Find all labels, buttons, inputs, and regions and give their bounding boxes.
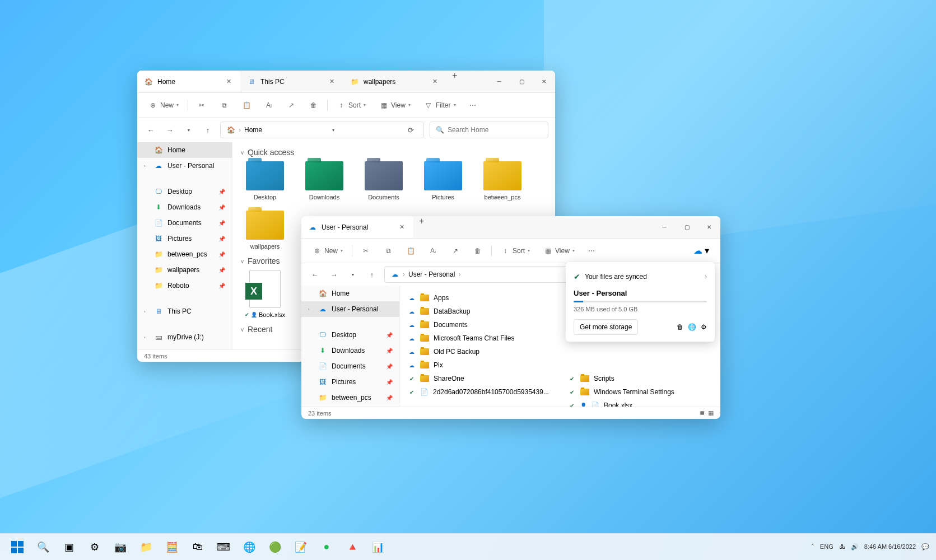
file-book-xlsx[interactable]: ✔👤📄Book.xlsx — [562, 399, 718, 407]
search-box[interactable]: 🔍 — [430, 122, 548, 138]
close-icon[interactable]: ✕ — [397, 223, 407, 231]
up-button[interactable]: ↑ — [201, 123, 215, 137]
folder-scripts[interactable]: ✔Scripts — [562, 372, 718, 385]
paste-button[interactable]: 📋 — [402, 244, 420, 258]
chevron-right-icon[interactable]: › — [144, 309, 150, 314]
view-button[interactable]: ▦View▾ — [375, 99, 415, 112]
thumbnails-view-button[interactable]: ▦ — [708, 409, 714, 417]
folder-databackup[interactable]: ☁DataBackup — [402, 305, 558, 318]
tray-network-icon[interactable]: 🖧 — [839, 543, 845, 550]
close-icon[interactable]: ✕ — [327, 78, 337, 85]
get-more-storage-button[interactable]: Get more storage — [574, 319, 638, 335]
sidebar-pictures[interactable]: 🖼Pictures📌 — [301, 374, 399, 390]
sidebar-home[interactable]: 🏠Home — [137, 142, 232, 158]
more-button[interactable]: ⋯ — [465, 99, 481, 111]
refresh-button[interactable]: ⟳ — [404, 123, 418, 137]
breadcrumb[interactable]: User - Personal — [408, 270, 455, 278]
pin-icon[interactable]: 📌 — [386, 379, 393, 385]
pin-icon[interactable]: 📌 — [218, 220, 225, 226]
tray-volume-icon[interactable]: 🔊 — [851, 543, 859, 550]
folder-old-pc-backup[interactable]: ☁Old PC Backup — [402, 345, 558, 358]
folder-between-pcs[interactable]: between_pcs — [478, 161, 527, 200]
close-icon[interactable]: ✕ — [224, 78, 234, 85]
sidebar-mydrive[interactable]: ›🖴myDrive (J:) — [137, 329, 232, 345]
sidebar-desktop[interactable]: 🖵Desktop📌 — [137, 184, 232, 199]
more-button[interactable]: ⋯ — [584, 245, 599, 257]
web-icon[interactable]: 🌐 — [688, 323, 696, 331]
edge-app[interactable]: 🌐 — [239, 536, 260, 558]
sidebar-documents[interactable]: 📄Documents📌 — [137, 215, 232, 231]
paste-button[interactable]: 📋 — [238, 99, 255, 112]
explorer-app[interactable]: 📁 — [136, 536, 157, 558]
start-button[interactable] — [7, 536, 28, 558]
pin-icon[interactable]: 📌 — [218, 236, 225, 242]
sync-status-row[interactable]: ✔ Your files are synced › — [574, 269, 707, 284]
recent-dropdown[interactable]: ▾ — [346, 268, 360, 281]
sidebar-between-pcs[interactable]: 📁between_pcs📌 — [137, 246, 232, 262]
dropdown-icon[interactable]: ▾ — [327, 123, 340, 137]
delete-button[interactable]: 🗑 — [469, 244, 487, 258]
folder-pictures[interactable]: Pictures — [418, 161, 468, 200]
copy-button[interactable]: ⧉ — [379, 244, 397, 258]
pin-icon[interactable]: 📌 — [386, 348, 393, 354]
tab-home[interactable]: 🏠 Home ✕ — [137, 71, 240, 92]
camera-app[interactable]: 📷 — [110, 536, 131, 558]
tray-overflow[interactable]: ˄ — [811, 543, 814, 550]
folder-documents[interactable]: Documents — [359, 161, 408, 200]
cut-button[interactable]: ✂ — [193, 99, 211, 112]
add-tab-button[interactable]: + — [446, 71, 463, 92]
folder-shareone[interactable]: ✔ShareOne — [402, 372, 558, 385]
forward-button[interactable]: → — [327, 268, 341, 281]
share-button[interactable]: ↗ — [282, 99, 300, 112]
up-button[interactable]: ↑ — [365, 268, 379, 281]
folder-desktop[interactable]: Desktop — [240, 161, 290, 200]
close-button[interactable]: ✕ — [698, 216, 720, 238]
app-15[interactable]: 📊 — [367, 536, 389, 558]
spotify-app[interactable]: ● — [316, 536, 337, 558]
copy-button[interactable]: ⧉ — [215, 99, 233, 112]
sidebar-documents[interactable]: 📄Documents📌 — [301, 358, 399, 374]
section-quick-access[interactable]: ∨Quick access — [240, 148, 547, 157]
rename-button[interactable]: Aᵢ — [260, 99, 278, 112]
filter-button[interactable]: ▽Filter▾ — [420, 99, 460, 112]
sidebar-pictures[interactable]: 🖼Pictures📌 — [137, 231, 232, 246]
pin-icon[interactable]: 📌 — [218, 251, 225, 258]
back-button[interactable]: ← — [144, 123, 157, 137]
forward-button[interactable]: → — [163, 123, 176, 137]
sort-button[interactable]: ↕Sort▾ — [496, 244, 534, 258]
new-button[interactable]: ⊕New▾ — [144, 99, 183, 112]
folder-wallpapers[interactable]: wallpapers — [240, 211, 290, 250]
tab-this-pc[interactable]: 🖥 This PC ✕ — [240, 71, 343, 92]
sidebar-wallpapers[interactable]: 📁wallpapers📌 — [137, 262, 232, 278]
sidebar-home[interactable]: 🏠Home — [301, 286, 399, 301]
tray-lang[interactable]: ENG — [820, 543, 833, 550]
pin-icon[interactable]: 📌 — [386, 332, 393, 338]
sidebar-this-pc[interactable]: ›🖥This PC — [137, 304, 232, 319]
minimize-button[interactable]: ─ — [488, 71, 510, 92]
close-button[interactable]: ✕ — [533, 71, 555, 92]
folder-documents[interactable]: ☁Documents — [402, 318, 558, 332]
folder-pix[interactable]: ☁Pix — [402, 358, 558, 372]
pin-icon[interactable]: 📌 — [218, 189, 225, 195]
new-button[interactable]: ⊕New▾ — [308, 244, 347, 258]
cut-button[interactable]: ✂ — [357, 244, 375, 258]
notepad-app[interactable]: 📝 — [290, 536, 311, 558]
tab-user-personal[interactable]: ☁ User - Personal ✕ — [301, 216, 413, 238]
back-button[interactable]: ← — [308, 268, 322, 281]
tray-clock[interactable]: 8:46 AM 6/16/2022 — [864, 543, 916, 550]
folder-teams-chat[interactable]: ☁Microsoft Teams Chat Files — [402, 332, 558, 345]
search-button[interactable]: 🔍 — [32, 536, 54, 558]
settings-app[interactable]: ⚙ — [84, 536, 105, 558]
maximize-button[interactable]: ▢ — [676, 216, 698, 238]
recent-dropdown[interactable]: ▾ — [182, 123, 195, 137]
breadcrumb[interactable]: Home — [244, 126, 262, 134]
folder-terminal-settings[interactable]: ✔Windows Terminal Settings — [562, 385, 718, 399]
file-hash[interactable]: ✔📄2d2d6ad072086bf4105700d5935439... — [402, 385, 558, 399]
folder-downloads[interactable]: Downloads — [300, 161, 349, 200]
pin-icon[interactable]: 📌 — [218, 283, 225, 289]
details-view-button[interactable]: ≣ — [700, 409, 705, 417]
store-app[interactable]: 🛍 — [187, 536, 208, 558]
minimize-button[interactable]: ─ — [653, 216, 676, 238]
sidebar-roboto[interactable]: 📁Roboto📌 — [137, 278, 232, 293]
sidebar-user-personal[interactable]: ›☁User - Personal — [301, 301, 399, 317]
